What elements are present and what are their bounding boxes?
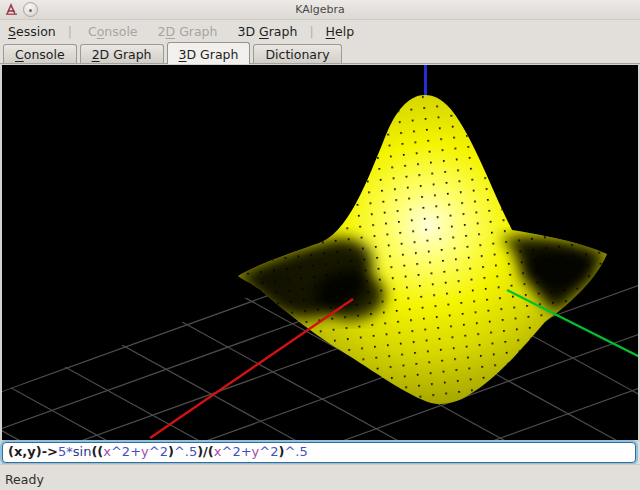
formula-segment: ^.5 (284, 444, 307, 459)
tabbar: Console 2D Graph 3D Graph Dictionary (0, 42, 640, 64)
formula-segment: + (130, 444, 141, 459)
menu-separator: | (68, 24, 72, 39)
statusbar: Ready (0, 464, 640, 490)
status-message: Ready (5, 472, 44, 487)
tab-3d-graph[interactable]: 3D Graph (167, 42, 251, 64)
formula-segment: ^2 (149, 444, 168, 459)
formula-segment: ^2 (222, 444, 241, 459)
formula-segment: + (241, 444, 252, 459)
tab-console[interactable]: Console (3, 44, 77, 63)
formula-segment: ^.5 (174, 444, 197, 459)
expression-input[interactable]: (x,y)->5*sin((x^2+y^2)^.5)/(x^2+y^2)^.5 (2, 442, 636, 463)
window-title: KAlgebra (0, 3, 640, 16)
menu-separator: | (309, 24, 313, 39)
formula-text: (x,y)->5*sin((x^2+y^2)^.5)/(x^2+y^2)^.5 (8, 444, 308, 459)
formula-segment: )/( (197, 444, 214, 459)
menu-2d-graph[interactable]: 2D Graph (154, 22, 222, 41)
titlebar: KAlgebra (0, 0, 640, 20)
formula-segment: 5* (58, 444, 73, 459)
menu-session[interactable]: Session (4, 22, 60, 41)
plot-view-frame (0, 64, 640, 442)
formula-segment: sin (73, 444, 92, 459)
expression-input-row: (x,y)->5*sin((x^2+y^2)^.5)/(x^2+y^2)^.5 (0, 442, 640, 464)
formula-segment: (x,y)-> (8, 444, 58, 459)
menubar: Session | Console 2D Graph 3D Graph | He… (0, 20, 640, 42)
menu-console[interactable]: Console (84, 22, 142, 41)
formula-segment: ^2 (259, 444, 278, 459)
menu-help[interactable]: Help (322, 22, 359, 41)
tab-2d-graph[interactable]: 2D Graph (80, 44, 164, 63)
formula-segment: ^2 (111, 444, 130, 459)
3d-plot-view[interactable] (2, 65, 638, 440)
tab-dictionary[interactable]: Dictionary (253, 44, 341, 63)
formula-segment: x (103, 444, 111, 459)
formula-segment: (( (91, 444, 103, 459)
formula-segment: x (214, 444, 222, 459)
menu-3d-graph[interactable]: 3D Graph (233, 22, 301, 41)
formula-segment: y (141, 444, 149, 459)
